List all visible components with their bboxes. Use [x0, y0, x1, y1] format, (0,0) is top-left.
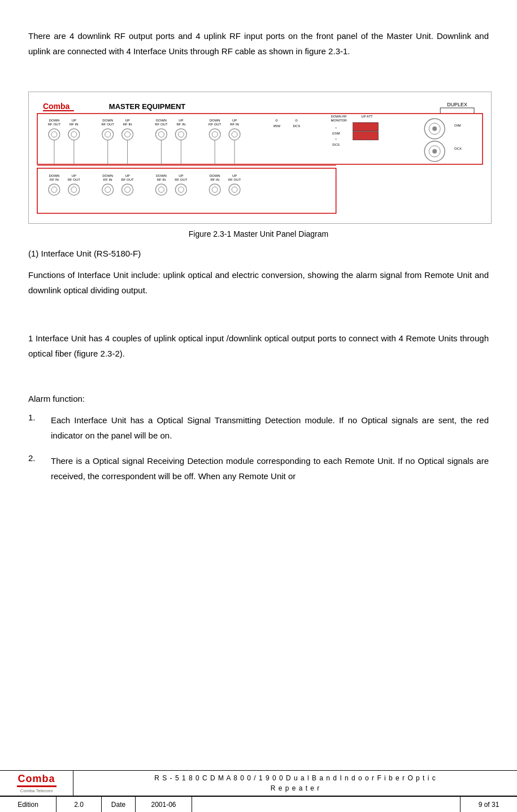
- list-item-1: 1. Each Interface Unit has a Optical Sig…: [28, 412, 489, 443]
- list-number-2: 2.: [28, 453, 51, 463]
- svg-point-67: [432, 149, 437, 154]
- figure-container: MASTER EQUIPMENT DUPLEX Comba DOWN RF OU…: [28, 92, 492, 224]
- svg-text:⊙: ⊙: [295, 119, 298, 122]
- svg-text:DOWN: DOWN: [102, 174, 113, 177]
- svg-rect-55: [353, 123, 379, 131]
- svg-text:GSM: GSM: [332, 132, 340, 135]
- svg-text:RF  IN: RF IN: [230, 123, 239, 126]
- comba-logo-text: Comba: [18, 773, 55, 785]
- footer-edition-value: 2.0: [57, 797, 102, 812]
- svg-text:DOWN: DOWN: [156, 119, 167, 122]
- list-number-1: 1.: [28, 412, 51, 422]
- paragraph-1: There are 4 downlink RF output ports and…: [28, 28, 489, 59]
- svg-text:⊙: ⊙: [275, 119, 278, 122]
- svg-text:DOWN: DOWN: [210, 119, 220, 122]
- footer-top: Comba Comba Telecom R S - 5 1 8 0 C D M …: [0, 771, 517, 796]
- svg-text:UP: UP: [179, 174, 183, 177]
- svg-text:RF  IN: RF IN: [50, 178, 59, 181]
- svg-text:RF  OUT: RF OUT: [155, 123, 168, 126]
- list-text-2: There is a Optical signal Receiving Dete…: [51, 453, 489, 484]
- footer-title: R S - 5 1 8 0 C D M A 8 0 0 / 1 9 0 0 D …: [73, 771, 517, 796]
- svg-point-63: [432, 127, 437, 131]
- svg-text:RF  OUT: RF OUT: [102, 123, 115, 126]
- svg-text:RF  IN: RF IN: [210, 178, 219, 181]
- svg-text:DOWN: DOWN: [49, 119, 59, 122]
- svg-text:MASTER  EQUIPMENT: MASTER EQUIPMENT: [109, 102, 185, 111]
- footer-title-line1: R S - 5 1 8 0 C D M A 8 0 0 / 1 9 0 0 D …: [154, 773, 436, 783]
- svg-text:RF  IN: RF IN: [177, 123, 186, 126]
- footer-logo: Comba Comba Telecom: [0, 771, 73, 796]
- svg-text:DUPLEX: DUPLEX: [447, 102, 467, 107]
- svg-text:DOWN: DOWN: [210, 174, 220, 177]
- svg-text:95W: 95W: [273, 124, 281, 128]
- list-item-2: 2. There is a Optical signal Receiving D…: [28, 453, 489, 484]
- svg-text:UP: UP: [232, 174, 237, 177]
- footer-title-line2: R e p e a t e r: [271, 783, 320, 793]
- svg-text:OCX: OCX: [454, 147, 462, 150]
- svg-text:RF  IN: RF IN: [157, 178, 166, 181]
- paragraph-3: 1 Interface Unit has 4 couples of uplink…: [28, 331, 489, 361]
- svg-text:UP: UP: [179, 119, 183, 122]
- footer-edition-label: Edition: [0, 797, 57, 812]
- svg-text:RF  OUT: RF OUT: [228, 178, 241, 181]
- comba-logo: Comba Comba Telecom: [17, 773, 57, 793]
- svg-text:UP: UP: [232, 119, 237, 122]
- svg-text:RF  IN: RF IN: [123, 123, 132, 126]
- svg-text:○: ○: [335, 126, 337, 129]
- svg-text:UP: UP: [125, 119, 129, 122]
- svg-text:RF  OUT: RF OUT: [48, 123, 61, 126]
- comba-underline: [17, 785, 57, 787]
- svg-text:UP: UP: [72, 119, 76, 122]
- footer-date-label: Date: [102, 797, 136, 812]
- svg-text:RF  OUT: RF OUT: [68, 178, 81, 181]
- figure-caption: Figure 2.3-1 Master Unit Panel Diagram: [28, 229, 489, 238]
- svg-text:DOWN RF: DOWN RF: [331, 115, 347, 118]
- svg-rect-56: [353, 132, 379, 140]
- section-1-heading: (1) Interface Unit (RS-5180-F): [28, 249, 489, 258]
- svg-text:OIM: OIM: [454, 124, 460, 127]
- alarm-heading: Alarm function:: [28, 394, 489, 403]
- footer-blank: [192, 797, 460, 812]
- footer-bottom: Edition 2.0 Date 2001-06 9 of 31: [0, 796, 517, 812]
- svg-text:Comba: Comba: [43, 102, 70, 111]
- comba-subtitle: Comba Telecom: [20, 788, 53, 793]
- svg-text:UP: UP: [125, 174, 129, 177]
- equipment-diagram: MASTER EQUIPMENT DUPLEX Comba DOWN RF OU…: [34, 98, 485, 216]
- svg-text:UP ATT: UP ATT: [361, 115, 373, 118]
- svg-text:RF  IN: RF IN: [103, 178, 112, 181]
- svg-text:DOWN: DOWN: [102, 119, 113, 122]
- list-text-1: Each Interface Unit has a Optical Signal…: [51, 412, 489, 443]
- svg-text:MONITOR: MONITOR: [331, 119, 347, 122]
- svg-text:DOWN: DOWN: [49, 174, 59, 177]
- svg-rect-6: [43, 110, 74, 111]
- footer-page-number: 9 of 31: [460, 797, 517, 812]
- svg-text:RF  OUT: RF OUT: [208, 123, 221, 126]
- svg-text:UP: UP: [72, 174, 76, 177]
- svg-text:DOWN: DOWN: [156, 174, 167, 177]
- svg-text:DCS: DCS: [332, 143, 340, 146]
- svg-text:RF  IN: RF IN: [69, 123, 79, 126]
- page-footer: Comba Comba Telecom R S - 5 1 8 0 C D M …: [0, 770, 517, 812]
- svg-text:○: ○: [335, 137, 337, 141]
- footer-date-value: 2001-06: [136, 797, 192, 812]
- paragraph-2: Functions of Interface Unit include: upl…: [28, 267, 489, 298]
- svg-text:DCS: DCS: [293, 124, 301, 128]
- svg-text:RF  OUT: RF OUT: [175, 178, 188, 181]
- svg-text:RF  OUT: RF OUT: [121, 178, 134, 181]
